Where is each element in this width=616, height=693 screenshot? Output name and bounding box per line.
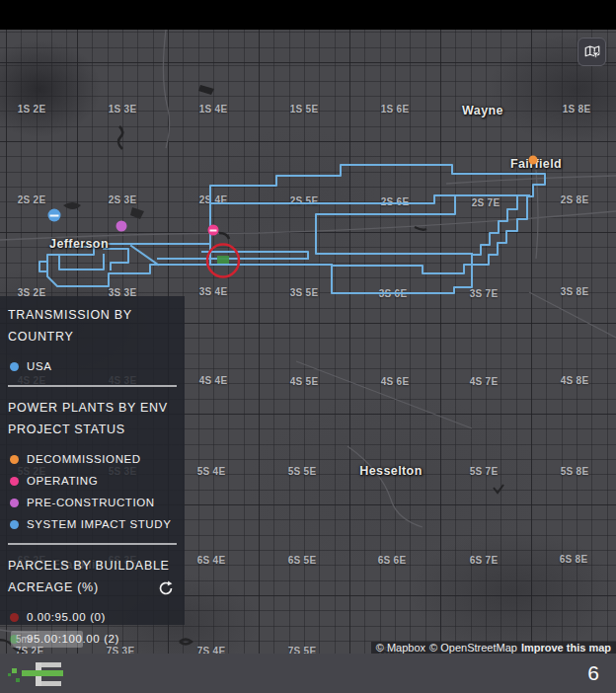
town-label-wayne: Wayne: [462, 104, 503, 117]
town-label-hesselton: Hesselton: [359, 464, 422, 478]
legend-item-pre-construction: PRE-CONSTRUCTION: [8, 492, 177, 513]
improve-map-link[interactable]: Improve this map: [521, 642, 611, 654]
legend-item-label: SYSTEM IMPACT STUDY: [27, 518, 171, 530]
decommissioned-dot-icon: [10, 455, 19, 464]
pre-construction-dot-icon: [10, 499, 19, 507]
legend-item-decommissioned: DECOMMISSIONED: [8, 448, 177, 470]
operating-marker[interactable]: [208, 225, 219, 236]
openstreetmap-link[interactable]: © OpenStreetMap: [429, 642, 517, 654]
buildable-parcel: [217, 256, 229, 264]
scale-label: 5mi: [16, 634, 32, 645]
legend-item-operating: OPERATING: [8, 470, 177, 492]
footer-bar: 6: [0, 654, 616, 693]
map-scale-bar: 5mi: [11, 631, 83, 648]
map-viewport[interactable]: 1S 2E1S 3E1S 4E1S 5E1S 6E1S 8E2S 2E2S 3E…: [0, 30, 616, 654]
system-impact-study-marker[interactable]: [48, 209, 61, 222]
parcels-low-dot-icon: [10, 613, 19, 622]
top-black-bar: [0, 0, 616, 30]
legend-item-label: 0.00:95.00 (0): [27, 611, 106, 623]
legend-divider: [8, 543, 177, 545]
operating-dot-icon: [10, 477, 19, 486]
legend-item-label: USA: [27, 360, 51, 372]
legend-title: TRANSMISSION BY COUNTRY: [8, 304, 177, 347]
legend-section-transmission: TRANSMISSION BY COUNTRY USA: [0, 296, 185, 389]
legend-item-system-impact-study: SYSTEM IMPACT STUDY: [8, 513, 177, 535]
legend-item-label: OPERATING: [27, 475, 98, 487]
usa-dot-icon: [10, 362, 19, 371]
legend-item-parcels-low: 0.00:95.00 (0): [8, 606, 177, 628]
green-pixel-logo: [6, 657, 71, 689]
map-filter-icon[interactable]: [578, 38, 606, 66]
legend-divider: [8, 385, 177, 387]
map-attribution: © Mapbox © OpenStreetMap Improve this ma…: [371, 642, 616, 654]
page-number: 6: [587, 661, 599, 685]
legend-item-label: DECOMMISSIONED: [27, 453, 141, 465]
transmission-lines: [39, 165, 545, 293]
decommissioned-marker[interactable]: [529, 156, 538, 165]
legend-item-usa: USA: [8, 355, 177, 377]
legend-panel: TRANSMISSION BY COUNTRY USA POWER PLANTS…: [0, 296, 185, 625]
legend-title: PARCELS BY BUILDABLE ACREAGE (%): [8, 555, 177, 598]
pre-construction-marker[interactable]: [116, 221, 127, 232]
mapbox-link[interactable]: © Mapbox: [376, 642, 425, 654]
refresh-icon[interactable]: [157, 579, 175, 597]
app-window: 1S 2E1S 3E1S 4E1S 5E1S 6E1S 8E2S 2E2S 3E…: [0, 0, 616, 693]
town-label-jefferson: Jefferson: [49, 237, 109, 251]
map-content: 1S 2E1S 3E1S 4E1S 5E1S 6E1S 8E2S 2E2S 3E…: [0, 30, 616, 654]
system-impact-study-dot-icon: [10, 520, 19, 529]
legend-item-label: PRE-CONSTRUCTION: [27, 497, 155, 508]
legend-title: POWER PLANTS BY ENV PROJECT STATUS: [8, 397, 177, 440]
legend-section-power-plants: POWER PLANTS BY ENV PROJECT STATUS DECOM…: [0, 389, 185, 547]
